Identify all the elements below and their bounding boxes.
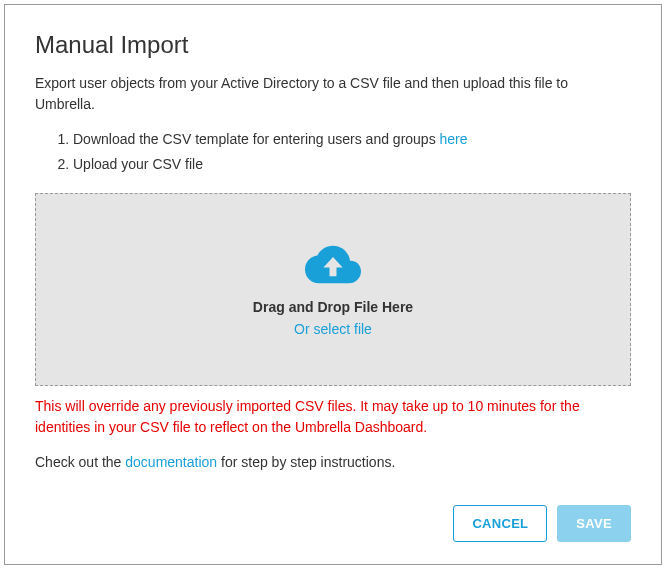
step-1-text: Download the CSV template for entering u… — [73, 131, 440, 147]
button-row: CANCEL SAVE — [35, 505, 631, 542]
select-file-link[interactable]: Or select file — [294, 321, 372, 337]
step-1: Download the CSV template for entering u… — [73, 127, 631, 152]
footer-prefix: Check out the — [35, 454, 125, 470]
modal-description: Export user objects from your Active Dir… — [35, 73, 631, 115]
steps-list: Download the CSV template for entering u… — [35, 127, 631, 177]
save-button[interactable]: SAVE — [557, 505, 631, 542]
step-2: Upload your CSV file — [73, 152, 631, 177]
template-download-link[interactable]: here — [440, 131, 468, 147]
warning-text: This will override any previously import… — [35, 396, 631, 438]
modal-title: Manual Import — [35, 31, 631, 59]
cancel-button[interactable]: CANCEL — [453, 505, 547, 542]
manual-import-modal: Manual Import Export user objects from y… — [4, 4, 662, 565]
cloud-upload-icon — [305, 243, 361, 285]
dropzone-title: Drag and Drop File Here — [253, 299, 413, 315]
file-dropzone[interactable]: Drag and Drop File Here Or select file — [35, 193, 631, 386]
documentation-link[interactable]: documentation — [125, 454, 217, 470]
footer-text: Check out the documentation for step by … — [35, 452, 631, 473]
footer-suffix: for step by step instructions. — [217, 454, 395, 470]
